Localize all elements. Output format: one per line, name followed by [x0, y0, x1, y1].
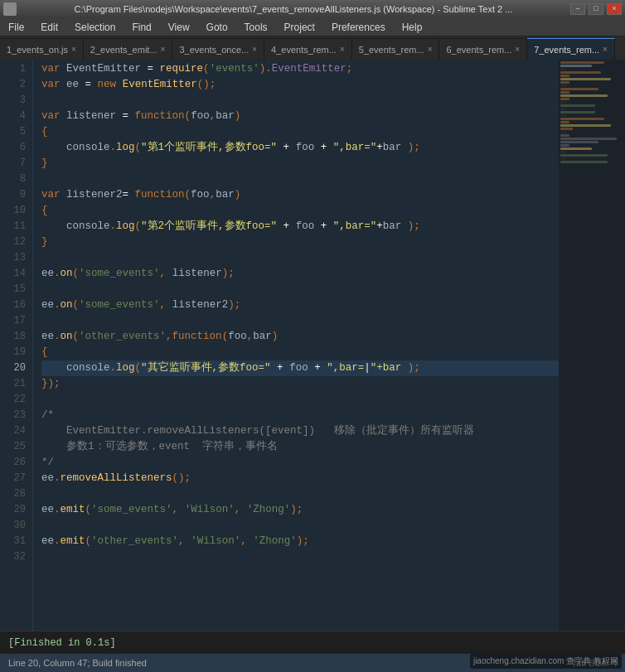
minimap [559, 60, 625, 631]
ln-24: 24 [0, 423, 32, 439]
menu-project[interactable]: Project [276, 18, 323, 36]
mini-1 [560, 61, 604, 64]
code-line-13 [41, 250, 559, 266]
maximize-button[interactable]: □ [589, 3, 603, 15]
tab-5-close[interactable]: × [428, 45, 433, 54]
watermark: jiaocheng.chazidian.com 查字典 教程网 [470, 654, 622, 669]
code-line-28 [41, 486, 559, 502]
tab-6-label: 6_events_rem... [446, 45, 511, 55]
tab-7[interactable]: 7_events_rem... × [527, 38, 615, 60]
tab-3-close[interactable]: × [252, 45, 257, 54]
code-line-17 [41, 313, 559, 329]
tab-3[interactable]: 3_events_once... × [172, 38, 264, 60]
tab-4[interactable]: 4_events_rem... × [264, 38, 352, 60]
menu-preferences[interactable]: Preferences [323, 18, 394, 36]
ln-27: 27 [0, 471, 32, 486]
menu-goto[interactable]: Goto [198, 18, 236, 36]
code-line-11: console.log("第2个监听事件,参数foo=" + foo + ",b… [41, 219, 559, 234]
mini-18 [560, 118, 604, 120]
minimize-button[interactable]: − [570, 3, 585, 15]
tab-2-label: 2_events_emit... [90, 45, 157, 55]
menu-tools[interactable]: Tools [236, 18, 276, 36]
code-line-5: { [41, 124, 559, 140]
ln-30: 30 [0, 518, 32, 534]
tab-5[interactable]: 5_events_rem... × [352, 38, 440, 60]
ln-17: 17 [0, 313, 32, 329]
mini-16 [560, 111, 595, 114]
mini-24 [560, 138, 617, 140]
code-line-23: /* [41, 408, 559, 423]
ln-7: 7 [0, 156, 32, 172]
tab-4-close[interactable]: × [340, 45, 345, 54]
tab-1-label: 1_events_on.js [7, 45, 68, 55]
close-button[interactable]: × [607, 3, 622, 15]
menubar: File Edit Selection Find View Goto Tools… [0, 18, 625, 36]
code-line-4: var listener = function(foo,bar) [41, 109, 559, 124]
mini-31 [560, 161, 608, 163]
code-line-1: var EventEmitter = require('events').Eve… [41, 61, 559, 77]
menu-selection[interactable]: Selection [66, 18, 124, 36]
tab-7-close[interactable]: × [603, 45, 608, 54]
ln-6: 6 [0, 140, 32, 156]
tab-6-close[interactable]: × [515, 45, 520, 54]
ln-26: 26 [0, 455, 32, 471]
code-line-14: ee.on('some_events', listener); [41, 266, 559, 282]
code-line-18: ee.on('other_events',function(foo,bar) [41, 329, 559, 345]
ln-8: 8 [0, 172, 32, 187]
mini-6 [560, 78, 611, 80]
code-line-3 [41, 93, 559, 109]
mini-10 [560, 91, 569, 94]
ln-29: 29 [0, 502, 32, 518]
mini-11 [560, 94, 608, 97]
tabsbar: 1_events_on.js × 2_events_emit... × 3_ev… [0, 36, 625, 60]
menu-help[interactable]: Help [394, 18, 431, 36]
menu-view[interactable]: View [160, 18, 198, 36]
ln-9: 9 [0, 187, 32, 203]
code-line-9: var listener2= function(foo,bar) [41, 187, 559, 203]
code-line-26: */ [41, 455, 559, 471]
tab-1-close[interactable]: × [71, 45, 76, 54]
menu-find[interactable]: Find [124, 18, 159, 36]
ln-4: 4 [0, 109, 32, 124]
code-line-19: { [41, 345, 559, 360]
tab-2[interactable]: 2_events_emit... × [84, 38, 173, 60]
code-editor[interactable]: var EventEmitter = require('events').Eve… [33, 60, 559, 631]
code-line-24: EventEmitter.removeAllListeners([event])… [41, 423, 559, 439]
code-line-10: { [41, 203, 559, 219]
ln-1: 1 [0, 61, 32, 77]
ln-3: 3 [0, 93, 32, 109]
tab-2-close[interactable]: × [161, 45, 166, 54]
code-line-15 [41, 282, 559, 297]
ln-21: 21 [0, 376, 32, 392]
mini-9 [560, 88, 598, 90]
mini-5 [560, 75, 569, 77]
ln-28: 28 [0, 486, 32, 502]
mini-12 [560, 98, 569, 100]
ln-18: 18 [0, 329, 32, 345]
tab-1[interactable]: 1_events_on.js × [0, 38, 84, 60]
ln-15: 15 [0, 282, 32, 297]
tab-4-label: 4_events_rem... [271, 45, 337, 55]
mini-4 [560, 71, 601, 74]
ln-10: 10 [0, 203, 32, 219]
minimap-content [559, 60, 625, 166]
ln-20: 20 [0, 360, 32, 376]
ln-23: 23 [0, 408, 32, 423]
code-line-29: ee.emit('some_events', 'Wilson', 'Zhong'… [41, 502, 559, 518]
code-line-16: ee.on('some_events', listener2); [41, 297, 559, 313]
mini-14 [560, 104, 595, 107]
mini-30 [560, 157, 567, 160]
tab-5-label: 5_events_rem... [359, 45, 424, 55]
mini-23 [560, 134, 569, 137]
ln-16: 16 [0, 297, 32, 313]
menu-file[interactable]: File [0, 18, 32, 36]
line-numbers: 1 2 3 4 5 6 7 8 9 10 11 12 13 14 15 16 1… [0, 60, 33, 631]
mini-2 [560, 65, 592, 67]
code-line-22 [41, 392, 559, 408]
menu-edit[interactable]: Edit [32, 18, 66, 36]
editor-container: 1 2 3 4 5 6 7 8 9 10 11 12 13 14 15 16 1… [0, 60, 625, 631]
mini-17 [560, 114, 567, 117]
ln-31: 31 [0, 534, 32, 549]
tab-6[interactable]: 6_events_rem... × [439, 38, 527, 60]
titlebar: C:\Program Files\nodejs\Workspace\events… [0, 0, 625, 18]
